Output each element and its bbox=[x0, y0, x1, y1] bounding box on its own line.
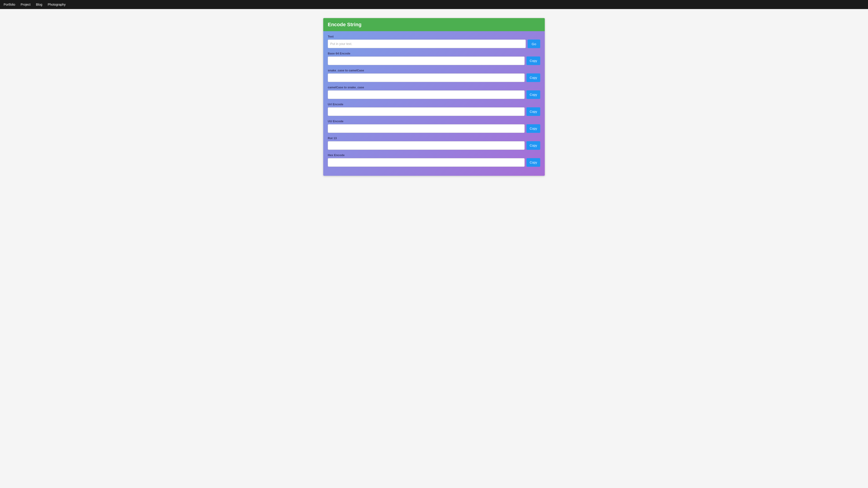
page-body: Text Go Base 64 EncodeCopysnake_case to … bbox=[323, 31, 545, 176]
encode-row-base64: Copy bbox=[328, 57, 540, 65]
encode-field-group-rot13: Rot 13Copy bbox=[328, 136, 540, 150]
copy-button-rot13[interactable]: Copy bbox=[526, 141, 540, 150]
encode-field-group-base64: Base 64 EncodeCopy bbox=[328, 52, 540, 65]
encode-field-group-camel_to_snake: camelCase to snake_caseCopy bbox=[328, 86, 540, 99]
encode-input-camel_to_snake[interactable] bbox=[328, 90, 525, 99]
main-container: Encode String Text Go Base 64 EncodeCopy… bbox=[323, 18, 545, 176]
copy-button-base64[interactable]: Copy bbox=[526, 57, 540, 65]
encode-label-snake_to_camel: snake_case to camelCase bbox=[328, 69, 540, 72]
page-header: Encode String bbox=[323, 18, 545, 31]
encode-label-base64: Base 64 Encode bbox=[328, 52, 540, 55]
encode-label-rot13: Rot 13 bbox=[328, 136, 540, 140]
encode-input-hex_encode[interactable] bbox=[328, 158, 525, 167]
copy-button-url_encode[interactable]: Copy bbox=[526, 107, 540, 116]
encode-input-snake_to_camel[interactable] bbox=[328, 73, 525, 82]
encode-row-uu_encode: Copy bbox=[328, 124, 540, 133]
encode-field-group-snake_to_camel: snake_case to camelCaseCopy bbox=[328, 69, 540, 82]
encode-row-camel_to_snake: Copy bbox=[328, 90, 540, 99]
text-field-group: Text Go bbox=[328, 35, 540, 48]
encode-row-url_encode: Copy bbox=[328, 107, 540, 116]
encode-input-uu_encode[interactable] bbox=[328, 124, 525, 133]
encode-field-group-hex_encode: Hex EncodeCopy bbox=[328, 153, 540, 167]
encode-label-hex_encode: Hex Encode bbox=[328, 153, 540, 157]
nav-photography[interactable]: Photography bbox=[48, 3, 66, 6]
go-button[interactable]: Go bbox=[528, 39, 540, 48]
text-field-row: Go bbox=[328, 39, 540, 48]
encode-field-group-uu_encode: UU EncodeCopy bbox=[328, 120, 540, 133]
nav-portfolio[interactable]: Portfolio bbox=[4, 3, 15, 6]
nav-project[interactable]: Project bbox=[21, 3, 31, 6]
encode-label-uu_encode: UU Encode bbox=[328, 120, 540, 123]
page-title: Encode String bbox=[328, 22, 362, 27]
nav-blog[interactable]: Blog bbox=[36, 3, 42, 6]
encode-fields-container: Base 64 EncodeCopysnake_case to camelCas… bbox=[328, 52, 540, 167]
encode-input-url_encode[interactable] bbox=[328, 107, 525, 116]
encode-label-url_encode: Url Encode bbox=[328, 103, 540, 106]
copy-button-hex_encode[interactable]: Copy bbox=[526, 158, 540, 167]
encode-label-camel_to_snake: camelCase to snake_case bbox=[328, 86, 540, 89]
encode-field-group-url_encode: Url EncodeCopy bbox=[328, 103, 540, 116]
copy-button-camel_to_snake[interactable]: Copy bbox=[526, 90, 540, 99]
text-input[interactable] bbox=[328, 39, 526, 48]
encode-row-snake_to_camel: Copy bbox=[328, 73, 540, 82]
copy-button-snake_to_camel[interactable]: Copy bbox=[526, 73, 540, 82]
encode-input-rot13[interactable] bbox=[328, 141, 525, 150]
encode-row-hex_encode: Copy bbox=[328, 158, 540, 167]
copy-button-uu_encode[interactable]: Copy bbox=[526, 124, 540, 133]
navbar: Portfolio Project Blog Photography bbox=[0, 0, 868, 9]
text-label: Text bbox=[328, 35, 540, 38]
encode-input-base64[interactable] bbox=[328, 57, 525, 65]
encode-row-rot13: Copy bbox=[328, 141, 540, 150]
